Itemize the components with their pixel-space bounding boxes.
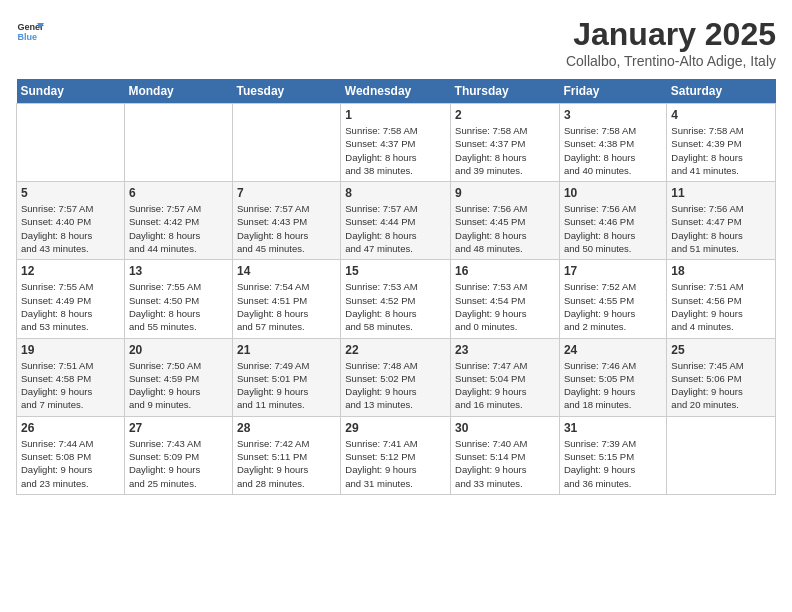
table-row: 29Sunrise: 7:41 AM Sunset: 5:12 PM Dayli… [341, 416, 451, 494]
day-number: 31 [564, 421, 662, 435]
table-row: 26Sunrise: 7:44 AM Sunset: 5:08 PM Dayli… [17, 416, 125, 494]
day-number: 9 [455, 186, 555, 200]
calendar-header-row: Sunday Monday Tuesday Wednesday Thursday… [17, 79, 776, 104]
header: General Blue January 2025 Collalbo, Tren… [16, 16, 776, 69]
table-row: 13Sunrise: 7:55 AM Sunset: 4:50 PM Dayli… [124, 260, 232, 338]
day-number: 2 [455, 108, 555, 122]
table-row: 21Sunrise: 7:49 AM Sunset: 5:01 PM Dayli… [233, 338, 341, 416]
day-info: Sunrise: 7:44 AM Sunset: 5:08 PM Dayligh… [21, 437, 120, 490]
day-info: Sunrise: 7:56 AM Sunset: 4:47 PM Dayligh… [671, 202, 771, 255]
day-number: 26 [21, 421, 120, 435]
day-info: Sunrise: 7:58 AM Sunset: 4:37 PM Dayligh… [345, 124, 446, 177]
table-row: 30Sunrise: 7:40 AM Sunset: 5:14 PM Dayli… [451, 416, 560, 494]
calendar-subtitle: Collalbo, Trentino-Alto Adige, Italy [566, 53, 776, 69]
col-tuesday: Tuesday [233, 79, 341, 104]
day-number: 25 [671, 343, 771, 357]
logo: General Blue [16, 16, 44, 44]
day-info: Sunrise: 7:56 AM Sunset: 4:46 PM Dayligh… [564, 202, 662, 255]
table-row: 31Sunrise: 7:39 AM Sunset: 5:15 PM Dayli… [559, 416, 666, 494]
day-number: 3 [564, 108, 662, 122]
table-row: 2Sunrise: 7:58 AM Sunset: 4:37 PM Daylig… [451, 104, 560, 182]
table-row: 25Sunrise: 7:45 AM Sunset: 5:06 PM Dayli… [667, 338, 776, 416]
col-wednesday: Wednesday [341, 79, 451, 104]
day-info: Sunrise: 7:39 AM Sunset: 5:15 PM Dayligh… [564, 437, 662, 490]
day-number: 23 [455, 343, 555, 357]
day-number: 27 [129, 421, 228, 435]
day-info: Sunrise: 7:56 AM Sunset: 4:45 PM Dayligh… [455, 202, 555, 255]
day-number: 14 [237, 264, 336, 278]
day-info: Sunrise: 7:58 AM Sunset: 4:37 PM Dayligh… [455, 124, 555, 177]
day-info: Sunrise: 7:45 AM Sunset: 5:06 PM Dayligh… [671, 359, 771, 412]
day-info: Sunrise: 7:41 AM Sunset: 5:12 PM Dayligh… [345, 437, 446, 490]
day-info: Sunrise: 7:42 AM Sunset: 5:11 PM Dayligh… [237, 437, 336, 490]
day-info: Sunrise: 7:54 AM Sunset: 4:51 PM Dayligh… [237, 280, 336, 333]
col-saturday: Saturday [667, 79, 776, 104]
table-row: 8Sunrise: 7:57 AM Sunset: 4:44 PM Daylig… [341, 182, 451, 260]
table-row: 3Sunrise: 7:58 AM Sunset: 4:38 PM Daylig… [559, 104, 666, 182]
table-row [17, 104, 125, 182]
day-info: Sunrise: 7:50 AM Sunset: 4:59 PM Dayligh… [129, 359, 228, 412]
day-info: Sunrise: 7:51 AM Sunset: 4:56 PM Dayligh… [671, 280, 771, 333]
day-info: Sunrise: 7:51 AM Sunset: 4:58 PM Dayligh… [21, 359, 120, 412]
calendar-week-row: 5Sunrise: 7:57 AM Sunset: 4:40 PM Daylig… [17, 182, 776, 260]
day-number: 30 [455, 421, 555, 435]
table-row: 4Sunrise: 7:58 AM Sunset: 4:39 PM Daylig… [667, 104, 776, 182]
table-row [124, 104, 232, 182]
day-info: Sunrise: 7:47 AM Sunset: 5:04 PM Dayligh… [455, 359, 555, 412]
day-info: Sunrise: 7:53 AM Sunset: 4:52 PM Dayligh… [345, 280, 446, 333]
day-info: Sunrise: 7:57 AM Sunset: 4:43 PM Dayligh… [237, 202, 336, 255]
calendar-title: January 2025 [566, 16, 776, 53]
day-info: Sunrise: 7:48 AM Sunset: 5:02 PM Dayligh… [345, 359, 446, 412]
day-info: Sunrise: 7:46 AM Sunset: 5:05 PM Dayligh… [564, 359, 662, 412]
day-number: 17 [564, 264, 662, 278]
table-row: 15Sunrise: 7:53 AM Sunset: 4:52 PM Dayli… [341, 260, 451, 338]
day-info: Sunrise: 7:57 AM Sunset: 4:44 PM Dayligh… [345, 202, 446, 255]
table-row: 1Sunrise: 7:58 AM Sunset: 4:37 PM Daylig… [341, 104, 451, 182]
table-row: 22Sunrise: 7:48 AM Sunset: 5:02 PM Dayli… [341, 338, 451, 416]
table-row: 7Sunrise: 7:57 AM Sunset: 4:43 PM Daylig… [233, 182, 341, 260]
title-area: January 2025 Collalbo, Trentino-Alto Adi… [566, 16, 776, 69]
day-number: 10 [564, 186, 662, 200]
table-row: 9Sunrise: 7:56 AM Sunset: 4:45 PM Daylig… [451, 182, 560, 260]
day-number: 8 [345, 186, 446, 200]
table-row: 16Sunrise: 7:53 AM Sunset: 4:54 PM Dayli… [451, 260, 560, 338]
table-row: 28Sunrise: 7:42 AM Sunset: 5:11 PM Dayli… [233, 416, 341, 494]
svg-text:Blue: Blue [17, 32, 37, 42]
table-row: 27Sunrise: 7:43 AM Sunset: 5:09 PM Dayli… [124, 416, 232, 494]
day-number: 13 [129, 264, 228, 278]
table-row: 17Sunrise: 7:52 AM Sunset: 4:55 PM Dayli… [559, 260, 666, 338]
day-info: Sunrise: 7:55 AM Sunset: 4:50 PM Dayligh… [129, 280, 228, 333]
calendar-week-row: 1Sunrise: 7:58 AM Sunset: 4:37 PM Daylig… [17, 104, 776, 182]
day-info: Sunrise: 7:57 AM Sunset: 4:42 PM Dayligh… [129, 202, 228, 255]
day-number: 7 [237, 186, 336, 200]
calendar-week-row: 26Sunrise: 7:44 AM Sunset: 5:08 PM Dayli… [17, 416, 776, 494]
table-row: 10Sunrise: 7:56 AM Sunset: 4:46 PM Dayli… [559, 182, 666, 260]
calendar-table: Sunday Monday Tuesday Wednesday Thursday… [16, 79, 776, 495]
day-number: 15 [345, 264, 446, 278]
table-row: 19Sunrise: 7:51 AM Sunset: 4:58 PM Dayli… [17, 338, 125, 416]
table-row: 14Sunrise: 7:54 AM Sunset: 4:51 PM Dayli… [233, 260, 341, 338]
day-info: Sunrise: 7:58 AM Sunset: 4:39 PM Dayligh… [671, 124, 771, 177]
day-number: 18 [671, 264, 771, 278]
day-number: 20 [129, 343, 228, 357]
day-info: Sunrise: 7:43 AM Sunset: 5:09 PM Dayligh… [129, 437, 228, 490]
day-number: 16 [455, 264, 555, 278]
table-row [667, 416, 776, 494]
table-row: 20Sunrise: 7:50 AM Sunset: 4:59 PM Dayli… [124, 338, 232, 416]
day-info: Sunrise: 7:49 AM Sunset: 5:01 PM Dayligh… [237, 359, 336, 412]
day-number: 24 [564, 343, 662, 357]
day-info: Sunrise: 7:57 AM Sunset: 4:40 PM Dayligh… [21, 202, 120, 255]
table-row: 6Sunrise: 7:57 AM Sunset: 4:42 PM Daylig… [124, 182, 232, 260]
day-info: Sunrise: 7:52 AM Sunset: 4:55 PM Dayligh… [564, 280, 662, 333]
table-row: 18Sunrise: 7:51 AM Sunset: 4:56 PM Dayli… [667, 260, 776, 338]
day-info: Sunrise: 7:53 AM Sunset: 4:54 PM Dayligh… [455, 280, 555, 333]
col-friday: Friday [559, 79, 666, 104]
table-row: 11Sunrise: 7:56 AM Sunset: 4:47 PM Dayli… [667, 182, 776, 260]
col-thursday: Thursday [451, 79, 560, 104]
day-info: Sunrise: 7:55 AM Sunset: 4:49 PM Dayligh… [21, 280, 120, 333]
day-number: 12 [21, 264, 120, 278]
table-row: 12Sunrise: 7:55 AM Sunset: 4:49 PM Dayli… [17, 260, 125, 338]
day-number: 21 [237, 343, 336, 357]
day-number: 1 [345, 108, 446, 122]
day-number: 22 [345, 343, 446, 357]
